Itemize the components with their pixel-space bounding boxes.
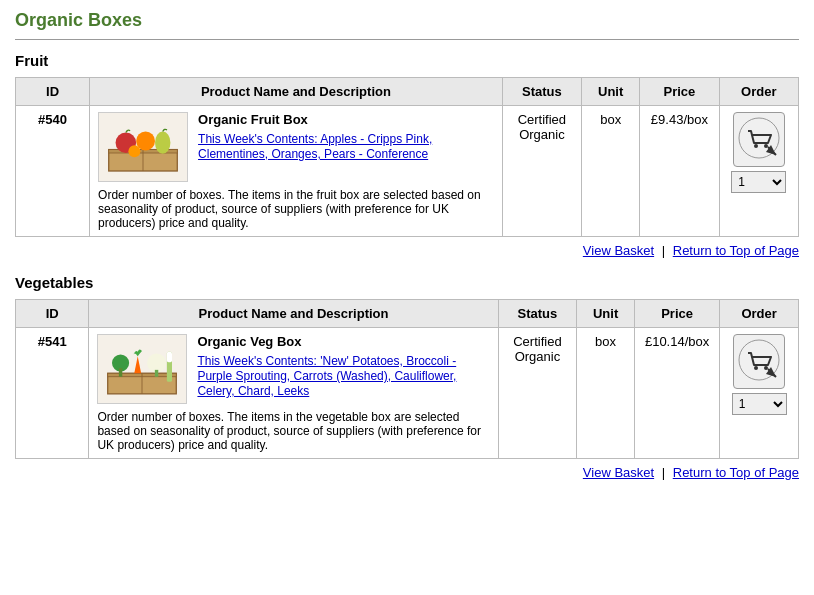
veg-col-product: Product Name and Description (89, 300, 498, 328)
fruit-row-unit: box (582, 106, 640, 237)
fruit-col-price: Price (640, 78, 719, 106)
fruit-return-top-link[interactable]: Return to Top of Page (673, 243, 799, 258)
fruit-quantity-select[interactable]: 1 2 3 4 5 (731, 171, 786, 193)
fruit-link-divider: | (662, 243, 669, 258)
veg-row-unit: box (577, 328, 635, 459)
veg-bottom-links: View Basket | Return to Top of Page (15, 465, 799, 480)
svg-rect-16 (155, 370, 158, 377)
veg-link-divider: | (662, 465, 669, 480)
fruit-col-product: Product Name and Description (90, 78, 503, 106)
veg-col-unit: Unit (577, 300, 635, 328)
title-divider (15, 39, 799, 40)
fruit-section-title: Fruit (15, 52, 799, 69)
fruit-col-unit: Unit (582, 78, 640, 106)
fruit-product-image (98, 112, 188, 182)
fruit-table-header-row: ID Product Name and Description Status U… (16, 78, 799, 106)
veg-table-header-row: ID Product Name and Description Status U… (16, 300, 799, 328)
fruit-section: Fruit ID Product Name and Description St… (15, 52, 799, 258)
veg-product-link[interactable]: This Week's Contents: 'New' Potatoes, Br… (197, 354, 456, 398)
veg-return-top-link[interactable]: Return to Top of Page (673, 465, 799, 480)
veg-table: ID Product Name and Description Status U… (15, 299, 799, 459)
veg-row-order: 1 2 3 4 5 (720, 328, 799, 459)
veg-product-desc: Order number of boxes. The items in the … (97, 410, 489, 452)
veg-product-info: Organic Veg Box This Week's Contents: 'N… (197, 334, 489, 398)
veg-row-product-cell: Organic Veg Box This Week's Contents: 'N… (89, 328, 498, 459)
svg-rect-14 (119, 368, 122, 377)
table-row: #541 (16, 328, 799, 459)
fruit-row-id: #540 (16, 106, 90, 237)
veg-quantity-select[interactable]: 1 2 3 4 5 (732, 393, 787, 415)
svg-point-9 (764, 144, 768, 148)
veg-col-status: Status (498, 300, 577, 328)
veg-product-image (97, 334, 187, 404)
svg-point-6 (128, 145, 140, 157)
svg-point-5 (155, 132, 170, 154)
veg-section-title: Vegetables (15, 274, 799, 291)
veg-col-order: Order (720, 300, 799, 328)
fruit-product-link[interactable]: This Week's Contents: Apples - Cripps Pi… (198, 132, 432, 161)
vegetables-section: Vegetables ID Product Name and Descripti… (15, 274, 799, 480)
fruit-bottom-links: View Basket | Return to Top of Page (15, 243, 799, 258)
svg-point-20 (754, 366, 758, 370)
fruit-row-order: 1 2 3 4 5 (719, 106, 798, 237)
fruit-product-name: Organic Fruit Box (198, 112, 494, 127)
fruit-add-to-cart-button[interactable] (733, 112, 785, 167)
veg-row-price: £10.14/box (634, 328, 719, 459)
fruit-col-order: Order (719, 78, 798, 106)
fruit-col-id: ID (16, 78, 90, 106)
svg-rect-18 (167, 352, 172, 362)
svg-point-15 (148, 354, 167, 373)
fruit-product-desc: Order number of boxes. The items in the … (98, 188, 494, 230)
table-row: #540 (16, 106, 799, 237)
veg-add-to-cart-button[interactable] (733, 334, 785, 389)
fruit-row-product-cell: Organic Fruit Box This Week's Contents: … (90, 106, 503, 237)
fruit-product-info: Organic Fruit Box This Week's Contents: … (198, 112, 494, 161)
veg-view-basket-link[interactable]: View Basket (583, 465, 654, 480)
veg-product-name: Organic Veg Box (197, 334, 489, 349)
page-title: Organic Boxes (15, 10, 799, 31)
svg-point-8 (754, 144, 758, 148)
fruit-view-basket-link[interactable]: View Basket (583, 243, 654, 258)
veg-product-header: Organic Veg Box This Week's Contents: 'N… (97, 334, 489, 404)
fruit-table: ID Product Name and Description Status U… (15, 77, 799, 237)
fruit-product-header: Organic Fruit Box This Week's Contents: … (98, 112, 494, 182)
veg-col-id: ID (16, 300, 89, 328)
fruit-col-status: Status (502, 78, 581, 106)
fruit-row-price: £9.43/box (640, 106, 719, 237)
svg-point-21 (764, 366, 768, 370)
fruit-row-status: Certified Organic (502, 106, 581, 237)
veg-row-status: Certified Organic (498, 328, 577, 459)
veg-col-price: Price (634, 300, 719, 328)
veg-row-id: #541 (16, 328, 89, 459)
